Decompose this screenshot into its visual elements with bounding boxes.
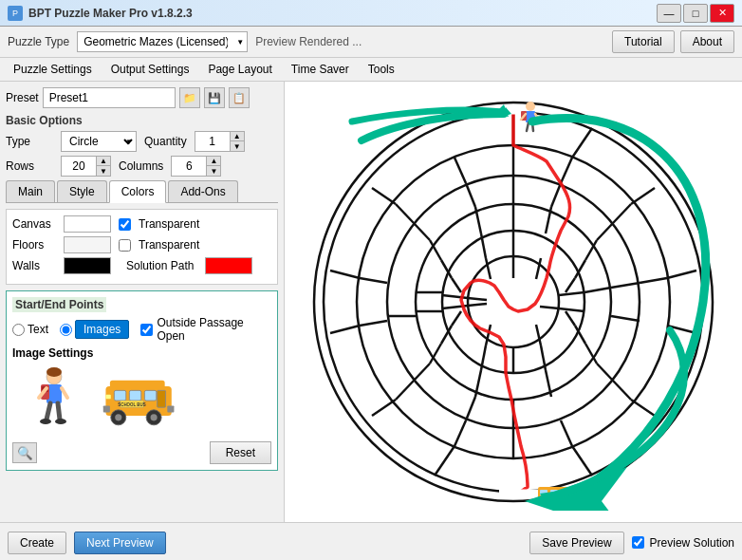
solution-path-color-swatch[interactable] [205,257,252,274]
svg-point-1 [46,367,62,377]
menu-puzzle-settings[interactable]: Puzzle Settings [4,60,102,79]
app-icon: P [8,6,23,21]
search-button[interactable]: 🔍 [12,442,37,463]
text-radio[interactable] [12,324,25,336]
svg-rect-12 [110,380,165,390]
rows-spinner: ▲ ▼ [61,156,111,177]
svg-rect-117 [540,490,547,495]
tab-colors[interactable]: Colors [109,180,167,203]
images-button[interactable]: Images [75,320,129,339]
floors-label: Floors [12,238,56,252]
quantity-spinner: ▲ ▼ [195,131,245,152]
canvas-label: Canvas [12,217,56,231]
columns-up-button[interactable]: ▲ [207,157,220,166]
preview-solution-checkbox[interactable] [632,536,644,549]
type-row: Type Circle Quantity ▲ ▼ [6,131,278,152]
maximize-button[interactable]: □ [683,4,708,23]
quantity-down-button[interactable]: ▼ [231,141,244,151]
svg-point-119 [541,499,548,507]
outside-passage-checkbox[interactable] [140,324,153,336]
svg-point-9 [40,419,51,424]
columns-down-button[interactable]: ▼ [207,166,220,176]
tab-style[interactable]: Style [57,180,107,202]
type-dropdown[interactable]: Circle [61,131,137,152]
close-button[interactable]: ✕ [710,4,734,23]
preview-solution-label: Preview Solution [650,536,734,550]
right-panel [285,82,742,522]
canvas-transparent-checkbox[interactable] [119,218,131,231]
svg-rect-118 [550,490,558,495]
preset-label: Preset [6,91,39,104]
rows-label: Rows [6,159,53,173]
preview-status-text: Preview Rendered ... [255,35,362,48]
kid-image[interactable] [16,367,92,434]
svg-line-115 [532,122,533,131]
preset-saveas-button[interactable]: 📋 [229,87,250,108]
svg-line-6 [62,388,67,398]
type-label: Type [6,135,53,148]
save-preview-button[interactable]: Save Preview [529,532,623,554]
menu-output-settings[interactable]: Output Settings [102,60,199,79]
puzzle-type-label: Puzzle Type [8,35,69,48]
rows-input[interactable] [62,157,96,176]
floors-transparent-label: Transparent [139,238,199,252]
quantity-input[interactable] [195,132,230,151]
colors-section: Canvas Transparent Floors Transparent Wa… [6,209,278,285]
svg-rect-15 [144,390,156,401]
menu-tools[interactable]: Tools [359,60,404,79]
preset-save-button[interactable]: 💾 [204,87,225,108]
tutorial-button[interactable]: Tutorial [612,30,675,53]
maze-container [305,93,722,511]
preset-folder-button[interactable]: 📁 [179,87,200,108]
about-button[interactable]: About [680,30,734,53]
svg-text:SCHOOL BUS: SCHOOL BUS [118,402,146,407]
images-radio-item[interactable]: Images [60,320,129,339]
images-radio[interactable] [60,324,72,336]
bus-image[interactable]: SCHOOL BUS [102,367,177,434]
text-radio-label: Text [28,323,48,336]
reset-button[interactable]: Reset [210,441,271,464]
preset-input[interactable] [43,87,176,108]
floors-color-swatch[interactable] [64,236,111,253]
rows-row: Rows ▲ ▼ Columns ▲ ▼ [6,156,278,177]
columns-input[interactable] [172,157,206,176]
app-title: BPT Puzzle Maker Pro v1.8.2.3 [28,7,193,20]
svg-line-7 [46,403,50,420]
puzzle-type-dropdown[interactable]: Geometric Mazes (Licensed) [77,31,248,52]
walls-color-swatch[interactable] [64,257,111,274]
create-button[interactable]: Create [8,532,66,554]
rows-down-button[interactable]: ▼ [97,166,110,176]
svg-point-109 [526,102,535,111]
tab-main[interactable]: Main [6,180,55,202]
tabs-row: Main Style Colors Add-Ons [6,180,278,203]
minimize-button[interactable]: — [657,4,681,23]
rows-up-button[interactable]: ▲ [97,157,110,166]
images-row: SCHOOL BUS [12,364,271,438]
image-settings-label: Image Settings [12,346,271,360]
svg-rect-18 [167,405,174,412]
next-preview-button[interactable]: Next Preview [74,532,166,554]
start-end-bottom: 🔍 Reset [12,441,271,464]
svg-rect-13 [114,390,125,401]
menu-bar: Puzzle Settings Output Settings Page Lay… [0,58,742,82]
text-radio-item[interactable]: Text [12,323,48,336]
tab-addons[interactable]: Add-Ons [168,180,237,202]
canvas-transparent-label: Transparent [139,217,199,231]
quantity-up-button[interactable]: ▲ [231,132,244,141]
exit-character [538,487,568,507]
puzzle-type-bar: Puzzle Type Geometric Mazes (Licensed) P… [0,27,742,58]
columns-label: Columns [119,159,163,173]
menu-page-layout[interactable]: Page Layout [198,60,281,79]
bottom-bar: Create Next Preview Save Preview Preview… [0,522,742,560]
svg-rect-16 [158,390,166,407]
svg-rect-17 [103,405,110,412]
canvas-color-swatch[interactable] [64,215,111,233]
svg-rect-25 [105,394,110,398]
svg-point-22 [151,414,158,420]
columns-spinner: ▲ ▼ [171,156,221,177]
quantity-label: Quantity [144,135,187,148]
menu-time-saver[interactable]: Time Saver [282,60,359,79]
floors-transparent-checkbox[interactable] [119,239,131,252]
walls-row: Walls Solution Path [12,257,271,274]
start-end-section: Start/End Points Text Images Outside Pas… [6,290,278,471]
